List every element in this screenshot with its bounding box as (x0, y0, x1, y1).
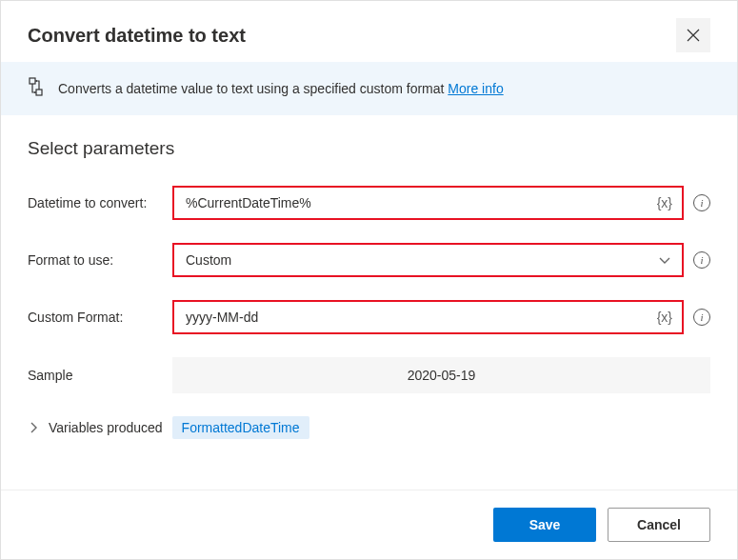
custom-format-input[interactable]: yyyy-MM-dd (174, 302, 682, 332)
format-select-wrapper: Custom (172, 243, 684, 277)
param-sample-row: Sample 2020-05-19 (28, 357, 710, 393)
more-info-link[interactable]: More info (448, 81, 503, 96)
datetime-label: Datetime to convert: (28, 195, 172, 210)
chevron-right-icon (25, 422, 42, 433)
sample-value: 2020-05-19 (172, 357, 710, 393)
info-banner: Converts a datetime value to text using … (1, 62, 737, 115)
param-custom-row: Custom Format: yyyy-MM-dd {x} i (28, 300, 710, 334)
save-button[interactable]: Save (493, 508, 596, 542)
dialog-title: Convert datetime to text (28, 25, 246, 47)
format-select[interactable]: Custom (174, 245, 682, 275)
custom-label: Custom Format: (28, 310, 172, 325)
help-icon[interactable]: i (693, 309, 710, 326)
variable-picker-icon[interactable]: {x} (657, 195, 672, 210)
sample-label: Sample (28, 368, 172, 383)
help-icon[interactable]: i (693, 251, 710, 269)
datetime-input-wrapper: %CurrentDateTime% {x} (172, 186, 684, 220)
close-icon (687, 29, 700, 42)
info-text: Converts a datetime value to text using … (58, 81, 504, 96)
variables-produced-row[interactable]: Variables produced FormattedDateTime (28, 416, 710, 439)
variable-badge[interactable]: FormattedDateTime (172, 416, 309, 439)
param-datetime-row: Datetime to convert: %CurrentDateTime% {… (28, 186, 710, 220)
svg-rect-1 (36, 90, 42, 95)
dialog-header: Convert datetime to text (1, 1, 737, 62)
chevron-down-icon (659, 251, 670, 269)
action-icon (28, 77, 45, 100)
help-icon[interactable]: i (693, 194, 710, 211)
section-title: Select parameters (28, 138, 710, 159)
param-format-row: Format to use: Custom i (28, 243, 710, 277)
format-label: Format to use: (28, 252, 172, 268)
content-area: Select parameters Datetime to convert: %… (1, 115, 737, 490)
svg-rect-0 (30, 78, 35, 84)
dialog-footer: Save Cancel (1, 490, 737, 559)
custom-input-wrapper: yyyy-MM-dd {x} (172, 300, 684, 334)
variables-produced-label: Variables produced (49, 420, 163, 435)
variable-picker-icon[interactable]: {x} (657, 310, 672, 325)
cancel-button[interactable]: Cancel (608, 508, 710, 542)
close-button[interactable] (676, 18, 710, 52)
datetime-input[interactable]: %CurrentDateTime% (174, 188, 682, 218)
